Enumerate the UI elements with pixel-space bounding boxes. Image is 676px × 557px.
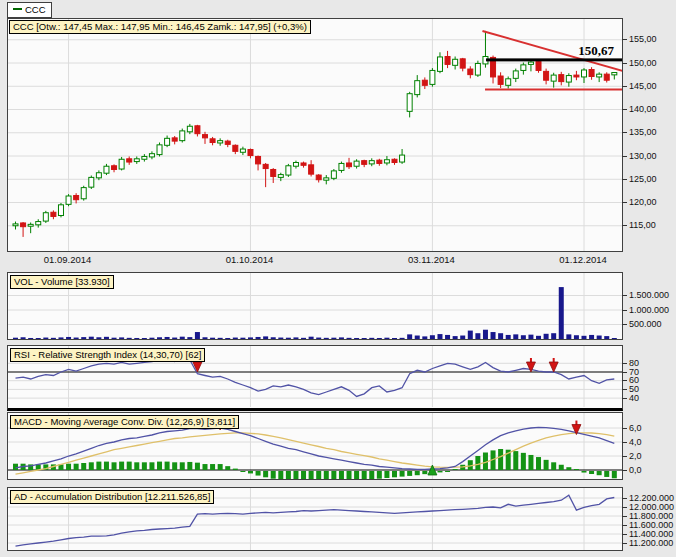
y-axis-tick: 500.000 [622, 320, 662, 329]
candle-up [354, 161, 359, 166]
volume-bar [589, 335, 594, 339]
volume-bar [256, 337, 261, 339]
volume-bar [51, 338, 56, 339]
rsi-line [16, 358, 615, 396]
histogram-bar [293, 471, 298, 479]
histogram-bar [233, 469, 238, 470]
volume-indicator-label[interactable]: VOL - Volume [33.930] [10, 275, 114, 289]
histogram-bar [498, 449, 503, 470]
volume-bar [536, 336, 541, 339]
volume-bar [422, 336, 427, 339]
histogram-bar [157, 462, 162, 470]
y-axis-tick: 150,00 [622, 59, 657, 68]
volume-bar [506, 335, 511, 339]
histogram-bar [331, 471, 336, 479]
candle-up [149, 154, 154, 157]
candle-down [203, 135, 208, 138]
price-chart-canvas[interactable] [8, 19, 622, 251]
volume-bar [286, 338, 291, 339]
volume-bar [21, 337, 26, 339]
histogram-bar [604, 471, 609, 477]
candle-down [536, 62, 541, 71]
histogram-bar [278, 471, 283, 479]
candle-down [468, 69, 473, 75]
candle-up [475, 63, 480, 75]
volume-bar [498, 333, 503, 339]
y-axis-tick: 135,00 [622, 128, 657, 137]
histogram-bar [286, 471, 291, 479]
volume-bar [551, 333, 556, 339]
volume-bar [89, 337, 94, 339]
candle-up [415, 81, 420, 95]
volume-bar [384, 338, 389, 339]
candle-down [195, 126, 200, 134]
rsi-panel: RSI - Relative Strength Index (14,30,70)… [7, 345, 623, 411]
volume-bar [134, 338, 139, 339]
histogram-bar [187, 462, 192, 470]
volume-bar [278, 338, 283, 339]
volume-bar [528, 335, 533, 339]
x-axis-label: 01.12.2014 [559, 254, 607, 265]
candle-up [89, 177, 94, 187]
volume-bar [149, 338, 154, 339]
histogram-bar [96, 462, 101, 470]
volume-bar [66, 337, 71, 339]
histogram-bar [112, 462, 117, 470]
rsi-indicator-label[interactable]: RSI - Relative Strength Index (14,30,70)… [10, 348, 205, 362]
volume-bar [392, 338, 397, 339]
candle-up [528, 62, 533, 64]
volume-bar [362, 338, 367, 339]
volume-bar [324, 338, 329, 339]
volume-bar [430, 335, 435, 339]
histogram-bar [89, 462, 94, 470]
volume-bar [331, 338, 336, 339]
candle-down [362, 161, 367, 165]
candle-up [218, 141, 223, 143]
candle-up [582, 70, 587, 77]
candle-up [324, 178, 329, 180]
macd-indicator-label[interactable]: MACD - Moving Average Conv. Div. (12,26,… [10, 415, 239, 429]
gridlines [8, 19, 622, 251]
volume-bar [377, 338, 382, 339]
ad-indicator-label[interactable]: AD - Accumulation Distribution [12.211.5… [10, 490, 214, 504]
histogram-bar [149, 462, 154, 470]
y-axis-tick: 1.500.000 [622, 291, 669, 300]
y-axis-tick: 0,0 [622, 466, 642, 475]
ohlc-info-bar: CCC [Otw.: 147,45 Max.: 147,95 Min.: 146… [9, 20, 311, 34]
candle-down [301, 163, 306, 165]
histogram-bar [127, 462, 132, 470]
histogram-bar [309, 471, 314, 479]
volume-bar [475, 333, 480, 339]
candle-down [392, 159, 397, 162]
candle-down [604, 74, 609, 80]
candle-up [437, 57, 442, 71]
volume-bar [58, 337, 63, 339]
candle-up [551, 75, 556, 81]
volume-bar [566, 334, 571, 339]
volume-bar [104, 337, 109, 339]
volume-bar [218, 338, 223, 339]
candle-down [559, 75, 564, 82]
histogram-bar [66, 464, 71, 470]
histogram-bar [544, 460, 549, 470]
candle-up [339, 163, 344, 170]
histogram-bar [13, 464, 18, 470]
candle-down [172, 138, 177, 141]
candle-down [445, 56, 450, 64]
series-legend[interactable]: CCC [7, 2, 52, 18]
histogram-bar [301, 471, 306, 479]
histogram-bar [172, 462, 177, 470]
volume-bar [521, 335, 526, 339]
histogram-bar [612, 471, 617, 478]
histogram-bar [589, 471, 594, 474]
candle-up [36, 222, 41, 225]
histogram-bar [142, 462, 147, 470]
volume-bar [233, 338, 238, 339]
histogram-bar [521, 453, 526, 470]
volume-bar [293, 337, 298, 339]
candle-down [112, 166, 117, 170]
candle-up [369, 161, 374, 164]
volume-bar [165, 337, 170, 339]
candle-up [81, 188, 86, 199]
volume-bar [574, 335, 579, 339]
